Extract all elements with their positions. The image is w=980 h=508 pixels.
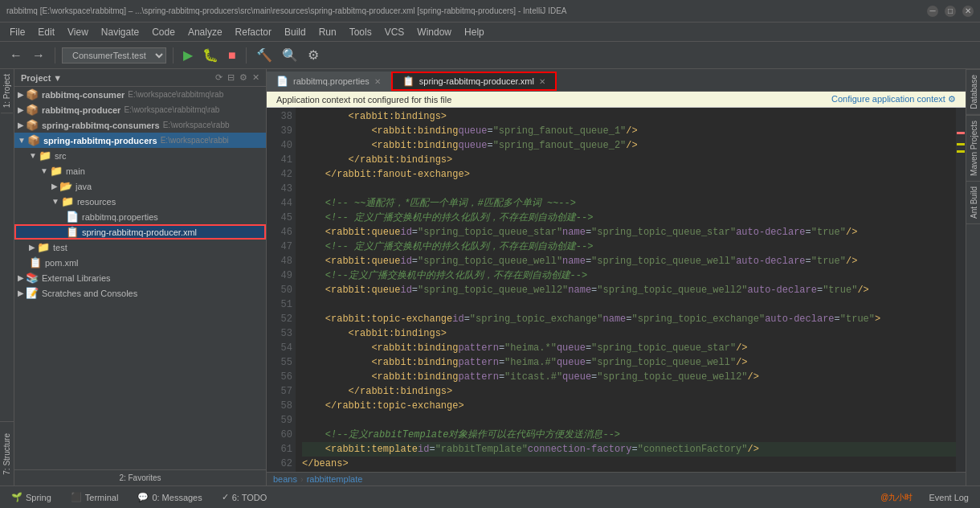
menubar: File Edit View Navigate Code Analyze Ref…: [0, 23, 980, 42]
sidebar-action-settings[interactable]: ⚙: [239, 72, 247, 83]
database-panel-label[interactable]: Database: [966, 69, 980, 115]
menu-code[interactable]: Code: [145, 25, 182, 39]
structure-panel[interactable]: 7: Structure: [0, 421, 14, 485]
tab-rabbitmq-properties[interactable]: 📄 rabbitmq.properties ✕: [267, 72, 391, 91]
run-config-selector[interactable]: ConsumerTest.test: [62, 47, 166, 63]
module-icon-2: 📦: [26, 104, 39, 116]
spring-label: Spring: [26, 493, 51, 502]
menu-file[interactable]: File: [3, 25, 31, 39]
code-area[interactable]: <rabbit:bindings> <rabbit:binding queue=…: [296, 108, 956, 472]
src-folder-icon: 📁: [39, 150, 51, 162]
tree-item-resources[interactable]: ▼ 📁 resources: [14, 194, 266, 209]
sidebar-action-close[interactable]: ✕: [252, 72, 259, 83]
resources-folder-icon: 📁: [61, 195, 74, 207]
menu-build[interactable]: Build: [278, 25, 312, 39]
tree-item-scratches[interactable]: ▶ 📝 Scratches and Consoles: [14, 285, 266, 301]
tree-item-rabbitmq-consumer[interactable]: ▶ 📦 rabbitmq-consumer E:\workspace\rabbi…: [14, 87, 266, 102]
code-line-47: ➤ <!-- 定义广播交换机中的持久化队列，不存在则自动创建-->: [302, 240, 956, 254]
terminal-status[interactable]: ⬛ Terminal: [66, 490, 124, 504]
tree-item-spring-rabbitmq-consumers[interactable]: ▶ 📦 spring-rabbitmq-consumers E:\workspa…: [14, 117, 266, 133]
breadcrumb: beans › rabbittemplate: [267, 472, 966, 485]
tree-item-spring-rabbitmq-producer-xml[interactable]: 📋 spring-rabbitmq-producer.xml: [14, 224, 266, 240]
project-panel-label[interactable]: 1: Project: [1, 69, 13, 113]
tab-close-spring-producer-xml[interactable]: ✕: [539, 77, 545, 86]
terminal-icon: ⬛: [71, 492, 82, 502]
breadcrumb-beans[interactable]: beans: [273, 474, 297, 484]
code-line-53: <rabbit:bindings>: [302, 326, 956, 341]
code-line-50: <rabbit:queue id="spring_topic_queue_wel…: [302, 283, 956, 297]
sidebar-action-sync[interactable]: ⟳: [215, 72, 223, 83]
menu-navigate[interactable]: Navigate: [95, 25, 145, 39]
minimize-button[interactable]: ─: [927, 6, 938, 17]
menu-refactor[interactable]: Refactor: [229, 25, 278, 39]
search-button[interactable]: 🔍: [279, 46, 301, 64]
todo-status[interactable]: ✓ 6: TODO: [217, 490, 272, 504]
tree-item-src[interactable]: ▼ 📁 src: [14, 148, 266, 163]
tab-label-rabbitmq-properties: rabbitmq.properties: [293, 76, 370, 86]
code-line-59: [302, 413, 956, 428]
sidebar: Project ▼ ⟳ ⊟ ⚙ ✕ ▶ 📦 rabbitmq-consumer …: [14, 69, 267, 485]
editor-area: 📄 rabbitmq.properties ✕ 📋 spring-rabbitm…: [267, 69, 966, 485]
settings-gear[interactable]: ⚙: [948, 94, 956, 104]
messages-icon: 💬: [137, 492, 149, 502]
back-button[interactable]: ←: [6, 47, 26, 64]
menu-vcs[interactable]: VCS: [378, 25, 411, 39]
code-line-44: <!-- ~~通配符，*匹配一个单词，#匹配多个单词 ~~-->: [302, 196, 956, 211]
code-line-46: <rabbit:queue id="spring_topic_queue_sta…: [302, 225, 956, 240]
module-icon-3: 📦: [26, 119, 39, 131]
configure-link[interactable]: Configure application context: [831, 94, 945, 104]
favorites-panel[interactable]: 2: Favorites: [14, 469, 266, 485]
menu-view[interactable]: View: [61, 25, 95, 39]
sidebar-action-collapse[interactable]: ⊟: [227, 72, 235, 83]
toolbar-separator-1: [55, 47, 55, 63]
stop-button[interactable]: ■: [225, 47, 239, 64]
statusbar: 🌱 Spring ⬛ Terminal 💬 0: Messages ✓ 6: T…: [0, 485, 980, 508]
event-log-label: Event Log: [929, 493, 969, 502]
tab-close-rabbitmq-properties[interactable]: ✕: [374, 77, 381, 86]
tree-item-spring-rabbitmq-producers[interactable]: ▼ 📦 spring-rabbitmq-producers E:\workspa…: [14, 133, 266, 148]
props-tab-icon: 📄: [276, 76, 288, 87]
close-button[interactable]: ✕: [962, 6, 974, 17]
tree-item-rabbitmq-properties[interactable]: 📄 rabbitmq.properties: [14, 209, 266, 224]
code-line-41: </rabbit:bindings>: [302, 153, 956, 167]
breadcrumb-rabbittemplate[interactable]: rabbittemplate: [307, 474, 363, 484]
spring-status[interactable]: 🌱 Spring: [6, 490, 56, 504]
spring-icon: 🌱: [11, 492, 22, 502]
build-button[interactable]: 🔨: [253, 46, 276, 64]
settings-button[interactable]: ⚙: [304, 46, 322, 64]
maximize-button[interactable]: □: [945, 6, 956, 17]
code-line-51: [302, 297, 956, 312]
code-line-48: <rabbit:queue id="spring_topic_queue_wel…: [302, 254, 956, 268]
code-line-42: </rabbit:fanout-exchange>: [302, 167, 956, 182]
todo-label: 6: TODO: [232, 493, 267, 502]
tab-label-spring-producer-xml: spring-rabbitmq-producer.xml: [419, 76, 534, 86]
menu-edit[interactable]: Edit: [31, 25, 61, 39]
run-button[interactable]: ▶: [180, 46, 196, 64]
menu-tools[interactable]: Tools: [343, 25, 378, 39]
scratches-icon: 📝: [26, 287, 39, 299]
code-line-58: </rabbit:topic-exchange>: [302, 399, 956, 413]
menu-window[interactable]: Window: [410, 25, 458, 39]
ant-panel-label[interactable]: Ant Build: [966, 182, 980, 224]
menu-run[interactable]: Run: [312, 25, 343, 39]
forward-button[interactable]: →: [29, 47, 48, 64]
menu-analyze[interactable]: Analyze: [182, 25, 229, 39]
tree-item-external-libraries[interactable]: ▶ 📚 External Libraries: [14, 270, 266, 285]
messages-status[interactable]: 💬 0: Messages: [133, 490, 206, 504]
props-file-icon: 📄: [66, 211, 79, 223]
main-folder-icon: 📁: [50, 165, 63, 177]
tree-item-java[interactable]: ▶ 📂 java: [14, 178, 266, 194]
main-area: 1: Project Project ▼ ⟳ ⊟ ⚙ ✕ ▶ 📦 rabbitm…: [0, 69, 980, 485]
menu-help[interactable]: Help: [458, 25, 491, 39]
tree-item-pom-xml[interactable]: 📋 pom.xml: [14, 255, 266, 270]
titlebar: rabbitmq [E:\workspace\rabbitmq] – ...\s…: [0, 0, 980, 23]
tree-item-rabbitmq-producer[interactable]: ▶ 📦 rabbitmq-producer E:\workspace\rabbi…: [14, 102, 266, 117]
csdn-text: @九小时: [880, 492, 913, 503]
event-log-status[interactable]: Event Log: [924, 491, 974, 504]
debug-button[interactable]: 🐛: [199, 46, 222, 64]
tab-spring-rabbitmq-producer-xml[interactable]: 📋 spring-rabbitmq-producer.xml ✕: [391, 72, 557, 91]
tree-item-test[interactable]: ▶ 📁 test: [14, 240, 266, 255]
maven-panel-label[interactable]: Maven Projects: [966, 115, 980, 182]
editor-tabs: 📄 rabbitmq.properties ✕ 📋 spring-rabbitm…: [267, 69, 966, 92]
tree-item-main[interactable]: ▼ 📁 main: [14, 163, 266, 178]
